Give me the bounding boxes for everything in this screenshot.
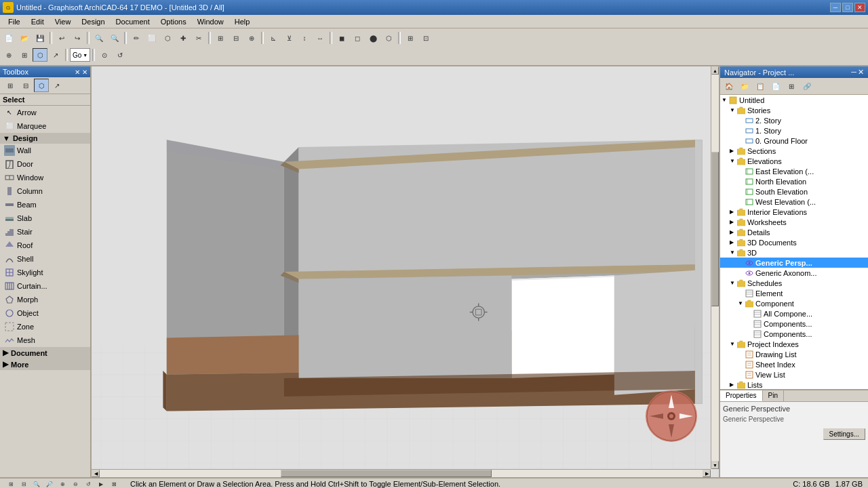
- nav-tb-3[interactable]: 📋: [753, 79, 768, 93]
- minimize-button[interactable]: ─: [830, 3, 841, 12]
- tree-item-details[interactable]: ▶Details: [720, 227, 868, 237]
- viewport-scrollbar-vertical[interactable]: ▲ ▼: [711, 66, 719, 469]
- draw-btn-1[interactable]: ✏: [129, 31, 144, 45]
- toolbox-column-tool[interactable]: Column: [0, 184, 90, 198]
- tree-item-sheet-index[interactable]: Sheet Index: [720, 359, 868, 369]
- row2-btn-6[interactable]: ↺: [113, 48, 127, 62]
- menu-design[interactable]: Design: [76, 16, 110, 27]
- toolbox-mesh-tool[interactable]: Mesh: [0, 333, 90, 347]
- toolbox-tb-1[interactable]: ⊞: [3, 79, 18, 92]
- scroll-track-v[interactable]: [711, 75, 719, 461]
- tree-toggle-proj-indexes[interactable]: ▼: [730, 341, 736, 347]
- tree-item-components2[interactable]: Components...: [720, 329, 868, 339]
- toolbox-close-button[interactable]: ✕ ✕: [75, 68, 87, 76]
- tree-item-3d-docs[interactable]: ▶3D Documents: [720, 237, 868, 247]
- tree-item-sections[interactable]: ▶Sections: [720, 146, 868, 156]
- toolbox-design-section[interactable]: ▼ Design: [0, 133, 90, 144]
- nav-tb-4[interactable]: 📄: [768, 79, 783, 93]
- tree-item-elevations[interactable]: ▼Elevations: [720, 156, 868, 166]
- tree-toggle-component[interactable]: ▼: [738, 300, 745, 306]
- tree-toggle-worksheets[interactable]: ▶: [730, 219, 736, 225]
- tree-item-generic-persp[interactable]: Generic Persp...: [720, 258, 868, 268]
- navigator-close-button[interactable]: ✕: [858, 68, 864, 77]
- row2-btn-2[interactable]: ⊞: [17, 48, 32, 62]
- row2-btn-1[interactable]: ⊕: [1, 48, 16, 62]
- tree-toggle-schedules[interactable]: ▼: [730, 280, 736, 286]
- menu-help[interactable]: Help: [229, 16, 256, 27]
- tree-toggle-details[interactable]: ▶: [730, 229, 736, 235]
- toolbox-more-section[interactable]: ▶ More: [0, 359, 90, 370]
- tree-toggle-untitled[interactable]: ▼: [722, 97, 728, 103]
- 3d-btn-2[interactable]: ◻: [350, 31, 365, 45]
- tree-item-component[interactable]: ▼Component: [720, 298, 868, 308]
- scroll-down-button[interactable]: ▼: [711, 461, 719, 469]
- tree-item-schedules[interactable]: ▼Schedules: [720, 278, 868, 288]
- status-icon-4[interactable]: 🔎: [44, 479, 55, 488]
- snap-btn-3[interactable]: ⊕: [244, 31, 259, 45]
- toolbox-morph-tool[interactable]: Morph: [0, 293, 90, 306]
- toolbox-roof-tool[interactable]: Roof: [0, 239, 90, 252]
- status-icon-8[interactable]: ▶: [96, 479, 106, 488]
- toolbox-wall-tool[interactable]: Wall: [0, 144, 90, 157]
- status-icon-7[interactable]: ↺: [83, 479, 94, 488]
- menu-document[interactable]: Document: [111, 16, 155, 27]
- scroll-up-button[interactable]: ▲: [711, 66, 719, 75]
- draw-btn-5[interactable]: ✂: [191, 31, 206, 45]
- draw-btn-4[interactable]: ✚: [176, 31, 191, 45]
- toolbox-beam-tool[interactable]: Beam: [0, 198, 90, 211]
- toolbox-slab-tool[interactable]: Slab: [0, 211, 90, 225]
- toolbox-tb-2[interactable]: ⊟: [18, 79, 33, 92]
- tree-item-view-list[interactable]: View List: [720, 369, 868, 380]
- view-btn-4[interactable]: ↔: [313, 31, 328, 45]
- navigator-minimize-button[interactable]: ─: [851, 68, 856, 77]
- tree-item-int-elevs[interactable]: ▶Interior Elevations: [720, 207, 868, 217]
- toolbox-door-tool[interactable]: Door: [0, 157, 90, 171]
- 3d-btn-4[interactable]: ⬡: [381, 31, 396, 45]
- nav-tb-5[interactable]: ⊞: [784, 79, 799, 93]
- status-icon-1[interactable]: ⊞: [5, 479, 16, 488]
- tree-item-element[interactable]: Element: [720, 288, 868, 298]
- toolbox-tb-4[interactable]: ↗: [50, 79, 64, 92]
- menu-file[interactable]: File: [3, 16, 26, 27]
- tree-item-drawing-list[interactable]: Drawing List: [720, 349, 868, 359]
- menu-edit[interactable]: Edit: [26, 16, 50, 27]
- toolbox-tb-3-active[interactable]: ⬡: [34, 79, 49, 92]
- tree-toggle-elevations[interactable]: ▼: [730, 158, 736, 164]
- draw-btn-3[interactable]: ⬡: [160, 31, 175, 45]
- row2-btn-4[interactable]: ↗: [48, 48, 63, 62]
- tree-item-south-elev[interactable]: South Elevation: [720, 186, 868, 197]
- 3d-viewport[interactable]: ▲ ▼ ◀ ▶: [92, 66, 719, 477]
- zoom-out-button[interactable]: 🔍: [107, 31, 122, 45]
- close-button[interactable]: ✕: [854, 3, 865, 12]
- row2-btn-5[interactable]: ⊙: [97, 48, 112, 62]
- tree-item-untitled[interactable]: ▼Untitled: [720, 95, 868, 105]
- toolbox-window-tool[interactable]: Window: [0, 171, 90, 184]
- tree-toggle-3d[interactable]: ▼: [730, 249, 736, 256]
- scroll-right-button[interactable]: ▶: [703, 470, 711, 477]
- tree-item-story2[interactable]: 2. Story: [720, 115, 868, 125]
- toolbox-curtain-tool[interactable]: Curtain...: [0, 279, 90, 293]
- redo-button[interactable]: ↪: [70, 31, 85, 45]
- toolbox-marquee-tool[interactable]: ⬜ Marquee: [0, 119, 90, 133]
- zoom-in-button[interactable]: 🔍: [92, 31, 106, 45]
- toolbox-shell-tool[interactable]: Shell: [0, 252, 90, 266]
- view-btn-2[interactable]: ⊻: [281, 31, 296, 45]
- nav-tb-1[interactable]: 🏠: [722, 79, 736, 93]
- row2-btn-3-active[interactable]: ⬡: [33, 48, 47, 62]
- tree-item-north-elev[interactable]: North Elevation: [720, 176, 868, 186]
- tree-item-stories[interactable]: ▼Stories: [720, 105, 868, 115]
- settings-button[interactable]: Settings...: [823, 428, 865, 440]
- toolbox-arrow-tool[interactable]: ↖ Arrow: [0, 106, 90, 119]
- menu-window[interactable]: Window: [192, 16, 229, 27]
- menu-options[interactable]: Options: [155, 16, 192, 27]
- status-icon-6[interactable]: ⊖: [70, 479, 81, 488]
- 3d-btn-1[interactable]: ◼: [334, 31, 349, 45]
- status-icon-5[interactable]: ⊕: [57, 479, 68, 488]
- tree-item-proj-indexes[interactable]: ▼Project Indexes: [720, 339, 868, 349]
- tree-item-east-elev[interactable]: East Elevation (...: [720, 166, 868, 176]
- 3d-btn-3[interactable]: ⬤: [366, 31, 380, 45]
- new-button[interactable]: 📄: [1, 31, 16, 45]
- snap-btn-2[interactable]: ⊟: [229, 31, 243, 45]
- tree-item-3d[interactable]: ▼3D: [720, 247, 868, 258]
- open-button[interactable]: 📂: [17, 31, 32, 45]
